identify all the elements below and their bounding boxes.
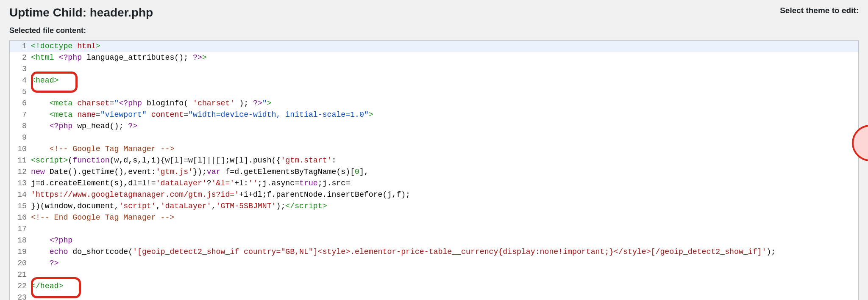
line-number: 9: [10, 132, 31, 143]
line-number: 12: [10, 166, 31, 178]
line-number: 19: [10, 246, 31, 258]
line-number: 7: [10, 109, 31, 121]
code-line[interactable]: 13j=d.createElement(s),dl=l!='dataLayer'…: [10, 178, 858, 189]
code-line[interactable]: 9: [10, 132, 858, 143]
code-line[interactable]: 22</head>: [10, 281, 858, 292]
selected-file-label: Selected file content:: [0, 23, 868, 40]
line-content[interactable]: <?php: [31, 235, 858, 246]
line-content[interactable]: 'https://www.googletagmanager.com/gtm.js…: [31, 189, 858, 201]
line-number: 17: [10, 223, 31, 235]
code-line[interactable]: 15})(window,document,'script','dataLayer…: [10, 201, 858, 212]
line-content[interactable]: <meta name="viewport" content="width=dev…: [31, 109, 858, 121]
line-content[interactable]: <!-- Google Tag Manager -->: [31, 143, 858, 155]
line-content[interactable]: <head>: [31, 75, 858, 86]
code-line[interactable]: 20 ?>: [10, 258, 858, 269]
code-line[interactable]: 1<!doctype html>: [10, 41, 858, 52]
line-number: 3: [10, 63, 31, 75]
code-line[interactable]: 3: [10, 63, 858, 75]
line-content[interactable]: <!-- End Google Tag Manager -->: [31, 212, 858, 223]
code-line[interactable]: 8 <?php wp_head(); ?>: [10, 121, 858, 132]
line-number: 8: [10, 121, 31, 132]
line-number: 10: [10, 143, 31, 155]
line-content[interactable]: <html <?php language_attributes(); ?>>: [31, 52, 858, 63]
page-title: Uptime Child: header.php: [9, 6, 153, 19]
select-theme-label[interactable]: Select theme to edit:: [780, 6, 859, 15]
code-line[interactable]: 5: [10, 86, 858, 98]
code-line[interactable]: 12new Date().getTime(),event:'gtm.js'});…: [10, 166, 858, 178]
line-content[interactable]: new Date().getTime(),event:'gtm.js'});va…: [31, 166, 858, 178]
line-number: 6: [10, 98, 31, 109]
line-number: 5: [10, 86, 31, 98]
code-line[interactable]: 6 <meta charset="<?php bloginfo( 'charse…: [10, 98, 858, 109]
line-content[interactable]: [31, 132, 858, 143]
code-line[interactable]: 7 <meta name="viewport" content="width=d…: [10, 109, 858, 121]
code-line[interactable]: 17: [10, 223, 858, 235]
line-number: 23: [10, 292, 31, 300]
code-line[interactable]: 18 <?php: [10, 235, 858, 246]
code-line[interactable]: 4<head>: [10, 75, 858, 86]
line-number: 22: [10, 281, 31, 292]
code-line[interactable]: 11<script>(function(w,d,s,l,i){w[l]=w[l]…: [10, 155, 858, 166]
code-editor-panel[interactable]: 1<!doctype html>2<html <?php language_at…: [9, 40, 859, 300]
line-number: 13: [10, 178, 31, 189]
code-line[interactable]: 2<html <?php language_attributes(); ?>>: [10, 52, 858, 63]
line-content[interactable]: })(window,document,'script','dataLayer',…: [31, 201, 858, 212]
line-number: 2: [10, 52, 31, 63]
line-content[interactable]: </head>: [31, 281, 858, 292]
line-number: 21: [10, 269, 31, 281]
line-content[interactable]: j=d.createElement(s),dl=l!='dataLayer'?'…: [31, 178, 858, 189]
line-content[interactable]: <script>(function(w,d,s,l,i){w[l]=w[l]||…: [31, 155, 858, 166]
code-line[interactable]: 10 <!-- Google Tag Manager -->: [10, 143, 858, 155]
line-content[interactable]: [31, 63, 858, 75]
line-number: 20: [10, 258, 31, 269]
code-editor[interactable]: 1<!doctype html>2<html <?php language_at…: [10, 41, 858, 300]
line-number: 18: [10, 235, 31, 246]
line-content[interactable]: ?>: [31, 258, 858, 269]
code-line[interactable]: 16<!-- End Google Tag Manager -->: [10, 212, 858, 223]
line-content[interactable]: echo do_shortcode('[geoip_detect2_show_i…: [31, 246, 858, 258]
header-bar: Uptime Child: header.php Select theme to…: [0, 0, 868, 23]
line-content[interactable]: <!doctype html>: [31, 41, 858, 52]
code-line[interactable]: 14'https://www.googletagmanager.com/gtm.…: [10, 189, 858, 201]
line-content[interactable]: [31, 269, 858, 281]
line-content[interactable]: <?php wp_head(); ?>: [31, 121, 858, 132]
line-number: 1: [10, 41, 31, 52]
line-number: 4: [10, 75, 31, 86]
line-content[interactable]: [31, 223, 858, 235]
line-content[interactable]: [31, 86, 858, 98]
line-content[interactable]: <meta charset="<?php bloginfo( 'charset'…: [31, 98, 858, 109]
line-content[interactable]: [31, 292, 858, 300]
line-number: 14: [10, 189, 31, 201]
code-line[interactable]: 23: [10, 292, 858, 300]
line-number: 11: [10, 155, 31, 166]
code-line[interactable]: 19 echo do_shortcode('[geoip_detect2_sho…: [10, 246, 858, 258]
code-line[interactable]: 21: [10, 269, 858, 281]
line-number: 15: [10, 201, 31, 212]
line-number: 16: [10, 212, 31, 223]
